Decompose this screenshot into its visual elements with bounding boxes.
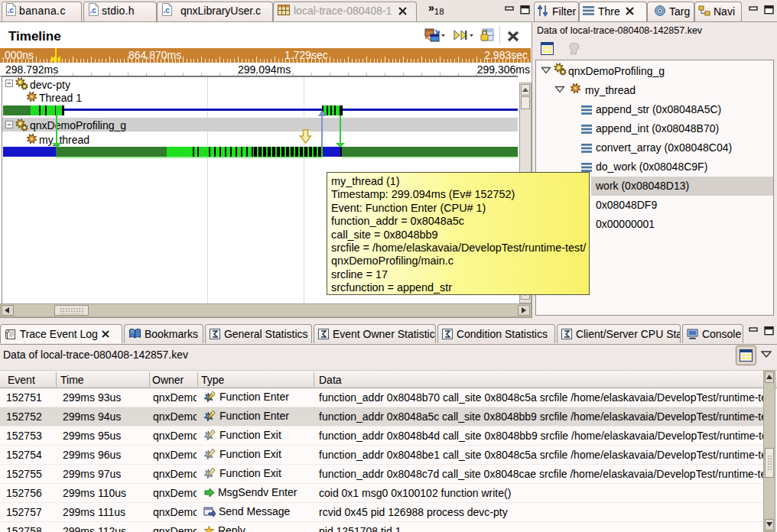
svg-text:.c: .c [8,6,15,15]
svg-text:.c: .c [90,6,97,15]
svg-text:.c: .c [164,6,171,15]
